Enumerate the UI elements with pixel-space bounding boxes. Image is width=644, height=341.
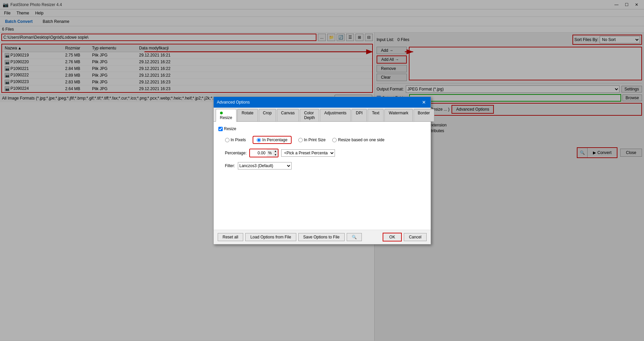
modal-tab-adjustments[interactable]: Adjustments [320, 109, 351, 121]
filter-label: Filter: [225, 163, 235, 168]
modal-tab-rotate[interactable]: Rotate [237, 109, 258, 121]
load-options-button[interactable]: Load Options from File [245, 233, 296, 241]
modal-title: Advanced Options [217, 100, 250, 105]
modal-overlay: Advanced Options ✕ ResizeRotateCropCanva… [0, 0, 644, 341]
modal-tab-border[interactable]: Border [414, 109, 434, 121]
percentage-spin: ▲ ▼ [273, 149, 278, 157]
modal-bottom-left: Reset all Load Options from File Save Op… [218, 233, 362, 241]
modal-tab-dpi[interactable]: DPI [351, 109, 367, 121]
modal-title-bar: Advanced Options ✕ [214, 97, 431, 108]
resize-checkbox-row: Resize [218, 126, 426, 131]
modal-tab-text[interactable]: Text [368, 109, 384, 121]
save-options-button[interactable]: Save Options to File [298, 233, 345, 241]
resize-options: In Pixels In Percentage In Print Size Re… [218, 136, 426, 144]
modal-bottom: Reset all Load Options from File Save Op… [214, 230, 431, 244]
reset-all-button[interactable]: Reset all [218, 233, 244, 241]
percentage-input[interactable] [250, 149, 267, 157]
filter-select[interactable]: Lanczos3 (Default) Bilinear Bicubic Box [238, 162, 292, 169]
percentage-label: Percentage: [225, 151, 247, 155]
percentage-unit: % [267, 149, 273, 157]
radio-in-pixels[interactable]: In Pixels [225, 138, 246, 142]
modal-tab-canvas[interactable]: Canvas [277, 109, 299, 121]
browse-options-button[interactable]: 🔍 [347, 233, 362, 241]
modal-tab-color-depth[interactable]: Color Depth [300, 109, 319, 121]
radio-one-side[interactable]: Resize based on one side [332, 138, 384, 142]
modal-bottom-right: OK Cancel [383, 233, 427, 241]
modal-tab-resize[interactable]: Resize [216, 109, 237, 122]
modal-dialog: Advanced Options ✕ ResizeRotateCropCanva… [213, 97, 431, 244]
spin-up-button[interactable]: ▲ [273, 149, 278, 153]
ok-button[interactable]: OK [383, 233, 402, 241]
percentage-row: Percentage: % ▲ ▼ <Pick a Preset Percent… [218, 149, 426, 157]
spin-down-button[interactable]: ▼ [273, 153, 278, 157]
modal-tab-crop[interactable]: Crop [259, 109, 276, 121]
modal-content: Resize In Pixels In Percentage In Print … [214, 122, 431, 230]
modal-tab-watermark[interactable]: Watermark [384, 109, 413, 121]
modal-tabs: ResizeRotateCropCanvasColor DepthAdjustm… [214, 108, 431, 122]
percentage-input-group: % ▲ ▼ [249, 149, 278, 157]
preset-select[interactable]: <Pick a Preset Percentage> [281, 149, 335, 157]
filter-row: Filter: Lanczos3 (Default) Bilinear Bicu… [218, 162, 426, 169]
resize-main-checkbox[interactable] [218, 127, 223, 131]
modal-close-button[interactable]: ✕ [421, 99, 427, 106]
radio-in-print[interactable]: In Print Size [298, 138, 326, 142]
resize-main-label: Resize [224, 126, 237, 131]
cancel-button[interactable]: Cancel [404, 233, 426, 241]
radio-in-percentage[interactable]: In Percentage [253, 136, 292, 144]
